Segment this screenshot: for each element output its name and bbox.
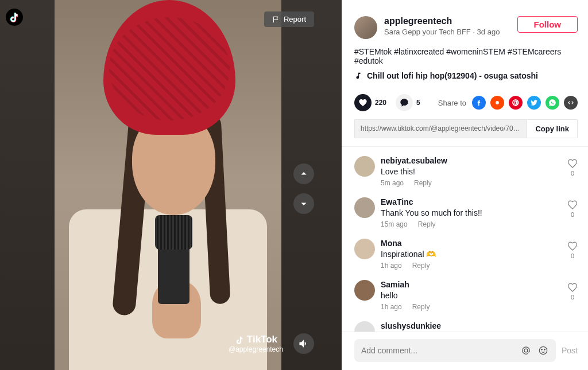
reddit-icon — [493, 99, 501, 107]
share-facebook-button[interactable] — [472, 96, 486, 110]
comment-like-button[interactable]: 0 — [567, 197, 578, 228]
comment-avatar[interactable] — [354, 197, 375, 218]
comment-username[interactable]: EwaTinc — [381, 197, 562, 207]
video-url-text[interactable]: https://www.tiktok.com/@applegreentech/v… — [355, 120, 527, 138]
video-content[interactable] — [55, 0, 281, 370]
tiktok-logo-icon — [6, 9, 23, 26]
comment-time: 1h ago — [381, 262, 402, 270]
comment-avatar[interactable] — [354, 239, 375, 259]
watermark-brand: TikTok — [247, 334, 277, 345]
comment-reply-button[interactable]: Reply — [412, 303, 430, 311]
comment-text: Love this! — [381, 167, 562, 176]
heart-outline-icon — [567, 158, 578, 169]
comment-avatar[interactable] — [354, 280, 375, 301]
report-label: Report — [284, 15, 306, 24]
comment-username[interactable]: Samiah — [381, 280, 562, 289]
share-whatsapp-button[interactable] — [546, 96, 559, 110]
comment-avatar[interactable] — [354, 156, 375, 177]
share-reddit-button[interactable] — [490, 96, 504, 110]
video-watermark: TikTok @applegreentech — [229, 334, 283, 353]
mention-icon[interactable] — [520, 345, 532, 356]
comment-username[interactable]: nebiyat.esubalew — [381, 156, 562, 165]
heart-outline-icon — [567, 241, 578, 251]
comment-text: Thank You so much for this!! — [381, 208, 562, 217]
author-subtitle: Sara Gepp your Tech BFF · 3d ago — [384, 28, 510, 36]
comment-reply-button[interactable]: Reply — [412, 262, 430, 270]
post-button[interactable]: Post — [562, 346, 578, 355]
pinterest-icon — [512, 99, 520, 107]
comment-username[interactable]: Mona — [381, 239, 562, 248]
comment-icon — [400, 98, 409, 107]
comment-item: EwaTinc Thank You so much for this!! 15m… — [354, 192, 578, 233]
music-link[interactable]: Chill out lofi hip hop(912904) - osuga s… — [354, 71, 578, 80]
comments-list[interactable]: nebiyat.esubalew Love this! 5m agoReply … — [342, 146, 588, 332]
music-note-icon — [354, 72, 362, 80]
comment-item: Samiah hello 1h agoReply 0 — [354, 274, 578, 316]
follow-button[interactable]: Follow — [517, 16, 578, 33]
previous-video-button[interactable] — [293, 163, 314, 184]
like-count: 220 — [375, 99, 386, 107]
comment-like-count: 0 — [571, 211, 574, 218]
tiktok-watermark-icon — [234, 334, 245, 345]
twitter-icon — [530, 99, 538, 107]
comment-reply-button[interactable]: Reply — [418, 220, 436, 228]
comment-time: 1h ago — [381, 303, 402, 311]
comment-like-count: 0 — [571, 294, 574, 301]
author-avatar[interactable] — [354, 16, 377, 39]
comment-avatar[interactable] — [354, 321, 375, 332]
comment-like-button[interactable]: 0 — [567, 156, 578, 187]
embed-icon — [567, 99, 575, 107]
comment-item: Mona Inspirational 🫶 1h agoReply 0 — [354, 233, 578, 274]
info-panel: applegreentech Sara Gepp your Tech BFF ·… — [342, 0, 588, 370]
watermark-handle: @applegreentech — [229, 345, 283, 353]
svg-point-5 — [544, 349, 546, 350]
like-button[interactable]: 220 — [354, 94, 386, 111]
comment-input[interactable] — [361, 346, 516, 355]
emoji-icon[interactable] — [537, 345, 549, 356]
comment-text: hello — [381, 291, 562, 300]
comment-reply-button[interactable]: Reply — [414, 179, 432, 187]
heart-outline-icon — [567, 200, 578, 210]
share-embed-button[interactable] — [564, 96, 578, 110]
copy-link-button[interactable]: Copy link — [527, 120, 577, 138]
comment-button[interactable]: 5 — [396, 94, 420, 111]
svg-point-2 — [524, 349, 528, 352]
comment-text: Inspirational 🫶 — [381, 250, 562, 259]
flag-icon — [272, 15, 280, 24]
next-video-button[interactable] — [293, 193, 314, 214]
heart-icon — [358, 98, 368, 107]
comment-item: nebiyat.esubalew Love this! 5m agoReply … — [354, 150, 578, 192]
sound-button[interactable] — [293, 333, 314, 354]
comment-like-button[interactable]: 0 — [567, 280, 578, 311]
chevron-down-icon — [299, 198, 309, 209]
share-twitter-button[interactable] — [527, 96, 541, 110]
comment-item: slushysdunkiee — [354, 316, 578, 332]
video-caption[interactable]: #STEMtok #latinxcreated #womeninSTEM #ST… — [354, 47, 578, 65]
comment-like-button[interactable]: 0 — [567, 239, 578, 270]
share-pinterest-button[interactable] — [509, 96, 523, 110]
svg-point-4 — [541, 349, 543, 350]
comment-username[interactable]: slushysdunkiee — [381, 321, 578, 330]
comment-time: 5m ago — [381, 179, 404, 187]
comment-count: 5 — [416, 99, 420, 107]
music-title: Chill out lofi hip hop(912904) - osuga s… — [367, 71, 538, 80]
comment-like-count: 0 — [571, 252, 574, 259]
svg-point-3 — [539, 346, 547, 354]
author-username[interactable]: applegreentech — [384, 16, 510, 26]
comment-time: 15m ago — [381, 220, 408, 228]
speaker-icon — [298, 338, 310, 349]
video-illustration — [55, 0, 281, 370]
whatsapp-icon — [548, 99, 556, 107]
comment-like-count: 0 — [571, 170, 574, 177]
share-label: Share to — [438, 99, 466, 107]
svg-point-1 — [496, 101, 499, 104]
facebook-icon — [475, 99, 483, 107]
chevron-up-icon — [299, 169, 309, 179]
video-panel: Report TikTok @applegreentech — [0, 0, 342, 370]
heart-outline-icon — [567, 282, 578, 293]
report-button[interactable]: Report — [264, 11, 314, 27]
